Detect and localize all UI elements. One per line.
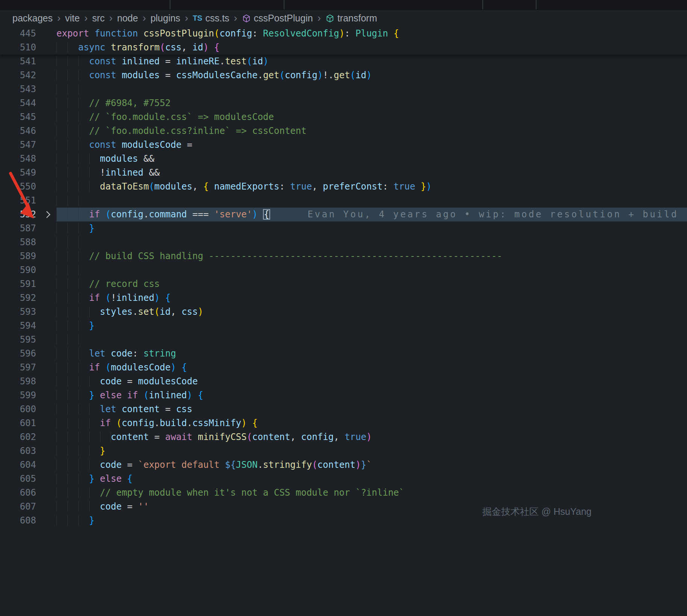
breadcrumb-item-vite[interactable]: vite: [65, 13, 80, 24]
line-number[interactable]: 594: [0, 319, 36, 333]
token-punc: [89, 28, 94, 39]
code-line[interactable]: 592 if (!inlined) {: [0, 291, 687, 305]
line-number[interactable]: 546: [0, 124, 36, 138]
line-number[interactable]: 599: [0, 388, 36, 402]
code-line[interactable]: 600 let content = css: [0, 402, 687, 416]
line-number[interactable]: 588: [0, 235, 36, 249]
line-number[interactable]: 543: [0, 82, 36, 96]
line-number[interactable]: 602: [0, 430, 36, 444]
code-line[interactable]: 594 }: [0, 319, 687, 333]
sticky-line[interactable]: 445export function cssPostPlugin(config:…: [0, 27, 687, 41]
line-number[interactable]: 589: [0, 249, 36, 263]
code-line[interactable]: 591 // record css: [0, 277, 687, 291]
breadcrumb-item-plugins[interactable]: plugins: [150, 13, 180, 24]
fold-gutter: [36, 514, 56, 528]
line-number[interactable]: 601: [0, 416, 36, 430]
line-number[interactable]: 550: [0, 180, 36, 194]
code-line[interactable]: 595: [0, 333, 687, 347]
breadcrumb-item-src[interactable]: src: [92, 13, 105, 24]
token-str: 'serve': [214, 209, 252, 220]
code-line[interactable]: 552 if (config.command === 'serve') {Eva…: [0, 208, 687, 222]
breadcrumb-item-file[interactable]: TS css.ts: [193, 13, 229, 24]
line-number[interactable]: 604: [0, 458, 36, 472]
code-line[interactable]: 597 if (modulesCode) {: [0, 361, 687, 375]
code-line[interactable]: 603 }: [0, 444, 687, 458]
line-number[interactable]: 549: [0, 166, 36, 180]
token-punc: ,: [334, 432, 345, 442]
line-number[interactable]: 606: [0, 486, 36, 500]
line-number[interactable]: 600: [0, 402, 36, 416]
fold-collapsed-indicator[interactable]: [36, 208, 56, 222]
fold-gutter: [36, 96, 56, 110]
token-b3: ): [366, 70, 372, 80]
line-number[interactable]: 587: [0, 222, 36, 235]
symbol-cube-icon: [325, 14, 334, 23]
token-punc: [116, 70, 122, 80]
code-line[interactable]: 601 if (config.build.cssMinify) {: [0, 416, 687, 430]
code-text: // record css: [56, 277, 687, 291]
code-line[interactable]: 604 code = `export default ${JSON.string…: [0, 458, 687, 472]
code-line[interactable]: 548 modules &&: [0, 152, 687, 166]
token-var: code: [100, 376, 122, 387]
breadcrumb-item-node[interactable]: node: [117, 13, 138, 24]
line-number[interactable]: 607: [0, 500, 36, 514]
line-number[interactable]: 608: [0, 514, 36, 528]
token-b3: {: [181, 362, 187, 373]
code-line[interactable]: 545 // `foo.module.css` => modulesCode: [0, 110, 687, 124]
line-number[interactable]: 510: [0, 41, 36, 55]
line-number[interactable]: 605: [0, 472, 36, 486]
code-line[interactable]: 544 // #6984, #7552: [0, 96, 687, 110]
code-line[interactable]: 605 } else {: [0, 472, 687, 486]
code-line[interactable]: 589 // build CSS handling --------------…: [0, 249, 687, 263]
token-b3: }: [89, 515, 94, 526]
breadcrumb-item-symbol-transform[interactable]: transform: [325, 13, 377, 24]
line-number[interactable]: 548: [0, 152, 36, 166]
line-number[interactable]: 593: [0, 305, 36, 319]
code-line[interactable]: 606 // empty module when it's not a CSS …: [0, 486, 687, 500]
code-editor[interactable]: 541 const inlined = inlineRE.test(id)542…: [0, 55, 687, 528]
line-number[interactable]: 592: [0, 291, 36, 305]
line-number[interactable]: 597: [0, 361, 36, 375]
code-line[interactable]: 550 dataToEsm(modules, { namedExports: t…: [0, 180, 687, 194]
code-line[interactable]: 543: [0, 82, 687, 96]
code-line[interactable]: 593 styles.set(id, css): [0, 305, 687, 319]
line-number[interactable]: 603: [0, 444, 36, 458]
code-line[interactable]: 596 let code: string: [0, 347, 687, 361]
code-line[interactable]: 590: [0, 263, 687, 277]
code-line[interactable]: 602 content = await minifyCSS(content, c…: [0, 430, 687, 444]
line-number[interactable]: 541: [0, 55, 36, 68]
line-number[interactable]: 545: [0, 110, 36, 124]
code-line[interactable]: 546 // `foo.module.css?inline` => cssCon…: [0, 124, 687, 138]
line-number[interactable]: 445: [0, 27, 36, 41]
breadcrumb-item-packages[interactable]: packages: [12, 13, 53, 24]
code-line[interactable]: 599 } else if (inlined) {: [0, 388, 687, 402]
tab-bar[interactable]: [0, 0, 687, 10]
code-line[interactable]: 588: [0, 235, 687, 249]
line-number[interactable]: 596: [0, 347, 36, 361]
code-line[interactable]: 542 const modules = cssModulesCache.get(…: [0, 68, 687, 82]
token-kw2: let: [100, 404, 116, 414]
line-number[interactable]: 590: [0, 263, 36, 277]
tab-separator: [482, 0, 483, 9]
token-punc: ,: [290, 432, 301, 442]
line-number[interactable]: 551: [0, 194, 36, 208]
code-line[interactable]: 551: [0, 194, 687, 208]
code-line[interactable]: 541 const inlined = inlineRE.test(id): [0, 55, 687, 68]
code-line[interactable]: 547 const modulesCode =: [0, 138, 687, 152]
line-number[interactable]: 552: [0, 208, 36, 222]
line-number[interactable]: 544: [0, 96, 36, 110]
typescript-icon: TS: [193, 14, 202, 23]
line-number[interactable]: 595: [0, 333, 36, 347]
token-var: modules: [154, 181, 192, 192]
code-line[interactable]: 549 !inlined &&: [0, 166, 687, 180]
code-line[interactable]: 587 }: [0, 222, 687, 235]
sticky-line[interactable]: 510 async transform(css, id) {: [0, 41, 687, 55]
code-line[interactable]: 598 code = modulesCode: [0, 375, 687, 388]
fold-gutter: [36, 333, 56, 347]
line-number[interactable]: 542: [0, 68, 36, 82]
line-number[interactable]: 547: [0, 138, 36, 152]
line-number[interactable]: 598: [0, 375, 36, 388]
breadcrumb-item-symbol-cssPostPlugin[interactable]: cssPostPlugin: [242, 13, 313, 24]
code-text: } else {: [56, 472, 687, 486]
line-number[interactable]: 591: [0, 277, 36, 291]
